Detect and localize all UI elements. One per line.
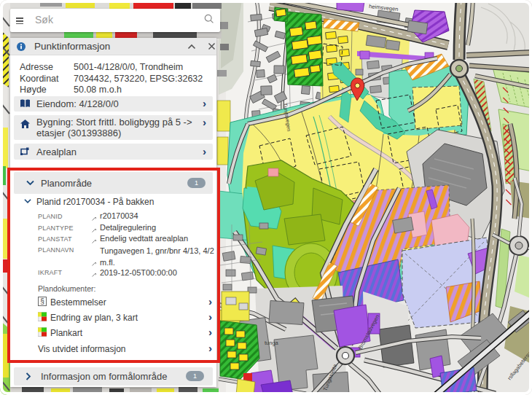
svg-text:§: § — [40, 297, 44, 305]
svg-text:tunga: tunga — [265, 340, 279, 346]
